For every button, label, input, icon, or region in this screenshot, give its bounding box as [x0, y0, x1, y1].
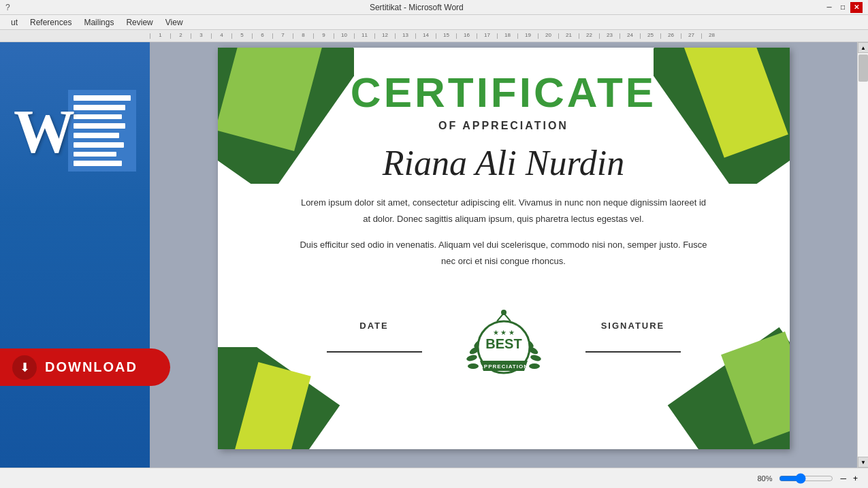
zoom-slider[interactable]	[779, 474, 833, 483]
certificate-document: CERTIFICATE OF APPRECIATION Riana Ali Nu…	[218, 48, 790, 449]
word-w-letter: W	[14, 97, 75, 167]
menu-item-view[interactable]: View	[160, 16, 189, 29]
page-line	[74, 161, 122, 166]
menu-item-mailings[interactable]: Mailings	[78, 16, 119, 29]
svg-point-2	[466, 354, 478, 362]
download-label: DOWNLOAD	[45, 359, 138, 375]
ruler: 1 2 3 4 5 6 7 8 9 10 11 12 13 14 15 16 1…	[0, 30, 868, 42]
svg-point-16	[501, 310, 507, 315]
date-label: DATE	[313, 321, 436, 331]
ruler-mark: 25	[640, 33, 660, 39]
ruler-mark: 23	[599, 33, 620, 39]
page-line	[74, 114, 122, 120]
ruler-mark: 8	[293, 33, 313, 39]
badge-container: ★ ★ ★ BEST APPRECIATION	[453, 286, 555, 388]
document-area: CERTIFICATE OF APPRECIATION Riana Ali Nu…	[150, 42, 857, 468]
signature-label: SIGNATURE	[572, 321, 694, 331]
window-controls: ─ □ ✕	[823, 2, 863, 13]
ruler-mark: 18	[497, 33, 517, 39]
body-text-1: Lorem ipsum dolor sit amet, consectetur …	[300, 195, 708, 227]
page-line	[74, 105, 125, 110]
ruler-mark: 2	[170, 33, 191, 39]
page-line	[74, 123, 125, 129]
ruler-mark: 3	[191, 33, 211, 39]
ruler-mark: 4	[211, 33, 231, 39]
window-title: Sertitikat - Microsoft Word	[10, 3, 823, 12]
bottom-bar: 80% ─ +	[0, 468, 868, 488]
help-icon: ?	[5, 3, 10, 12]
svg-point-3	[468, 363, 479, 369]
zoom-in-icon[interactable]: +	[853, 474, 858, 483]
ruler-mark: 6	[252, 33, 272, 39]
right-scrollbar[interactable]: ▲ ▼	[857, 42, 868, 468]
page-line	[74, 95, 131, 101]
certificate-title: CERTIFICATE	[300, 68, 708, 116]
ruler-mark: 17	[477, 33, 497, 39]
ruler-mark: 21	[558, 33, 579, 39]
ruler-mark: 10	[334, 33, 354, 39]
body-text-2: Duis efficitur sed odio in venenatis. Al…	[300, 237, 708, 269]
signature-line	[585, 351, 681, 353]
svg-text:BEST: BEST	[485, 336, 521, 351]
download-icon: ⬇	[12, 355, 37, 380]
ruler-mark: 20	[538, 33, 558, 39]
date-line	[327, 351, 422, 353]
zoom-out-icon[interactable]: ─	[840, 474, 846, 483]
signature-section: SIGNATURE	[572, 321, 694, 353]
svg-point-9	[529, 363, 540, 369]
left-sidebar: W ⬇ DOWNLOAD	[0, 42, 150, 468]
scroll-down-button[interactable]: ▼	[858, 457, 868, 468]
menu-bar: ut References Mailings Review View	[0, 15, 868, 30]
ruler-mark: 28	[701, 33, 722, 39]
ruler-mark: 5	[231, 33, 252, 39]
certificate-content: CERTIFICATE OF APPRECIATION Riana Ali Nu…	[218, 48, 790, 402]
svg-text:APPRECIATION: APPRECIATION	[479, 363, 528, 370]
menu-item-review[interactable]: Review	[120, 16, 158, 29]
menu-item-ut[interactable]: ut	[5, 16, 23, 29]
word-logo-pages	[68, 90, 136, 172]
scrollbar-thumb[interactable]	[858, 54, 868, 82]
certificate-footer: DATE	[300, 279, 708, 388]
ruler-mark: 12	[374, 33, 395, 39]
menu-item-references[interactable]: References	[25, 16, 77, 29]
ruler-mark: 13	[395, 33, 415, 39]
download-button[interactable]: ⬇ DOWNLOAD	[0, 348, 170, 386]
title-bar: ? Sertitikat - Microsoft Word ─ □ ✕	[0, 0, 868, 15]
close-button[interactable]: ✕	[850, 2, 863, 13]
recipient-name: Riana Ali Nurdin	[300, 142, 708, 184]
svg-text:★ ★ ★: ★ ★ ★	[492, 329, 515, 336]
certificate-subtitle: OF APPRECIATION	[300, 120, 708, 132]
ruler-mark: 14	[415, 33, 436, 39]
ruler-mark: 22	[579, 33, 599, 39]
best-appreciation-badge: ★ ★ ★ BEST APPRECIATION	[460, 293, 548, 381]
page-line	[74, 142, 124, 148]
zoom-level: 80%	[757, 474, 772, 483]
ruler-mark: 15	[436, 33, 456, 39]
ruler-mark: 11	[354, 33, 374, 39]
ruler-mark: 16	[456, 33, 477, 39]
ruler-mark: 19	[517, 33, 538, 39]
maximize-button[interactable]: □	[837, 2, 849, 13]
ruler-mark: 9	[313, 33, 334, 39]
date-section: DATE	[313, 321, 436, 353]
ruler-mark: 24	[620, 33, 640, 39]
scroll-up-button[interactable]: ▲	[858, 42, 868, 53]
page-line	[74, 152, 116, 157]
ruler-mark: 7	[272, 33, 293, 39]
ruler-mark: 1	[150, 33, 170, 39]
scrollbar-track[interactable]	[858, 53, 868, 457]
svg-point-8	[530, 354, 542, 362]
ruler-mark: 27	[681, 33, 701, 39]
main-area: W ⬇ DOWNLOAD	[0, 42, 868, 468]
ruler-mark: 26	[660, 33, 681, 39]
minimize-button[interactable]: ─	[823, 2, 835, 13]
word-logo: W	[7, 63, 143, 199]
page-line	[74, 133, 119, 138]
